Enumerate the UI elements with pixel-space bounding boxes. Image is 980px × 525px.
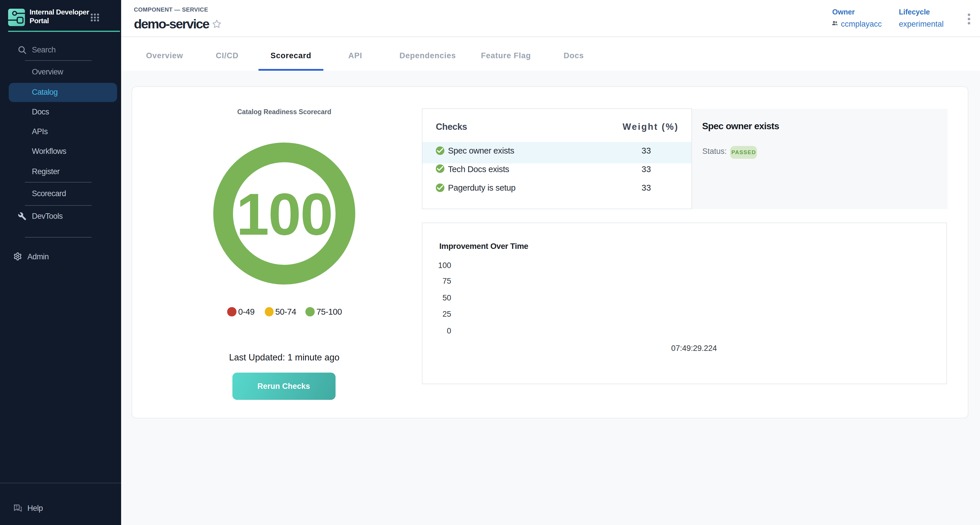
svg-text:?: ? bbox=[15, 505, 18, 509]
